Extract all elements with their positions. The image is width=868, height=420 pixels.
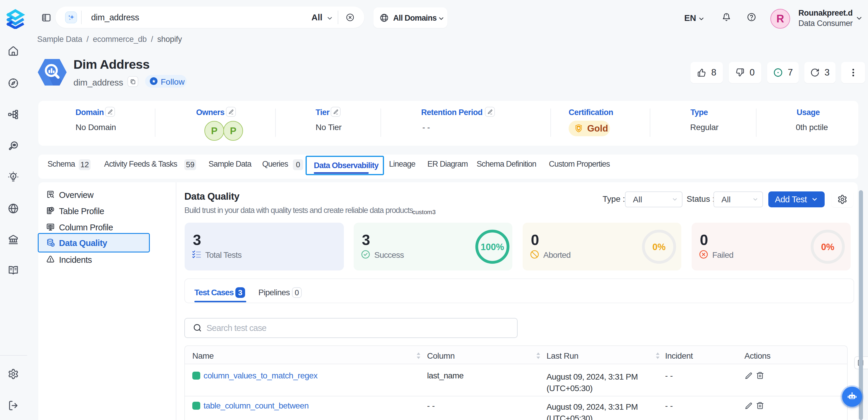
svg-text:100%: 100% (481, 242, 504, 252)
svg-text:0%: 0% (652, 242, 666, 252)
svg-text:0%: 0% (821, 242, 834, 252)
